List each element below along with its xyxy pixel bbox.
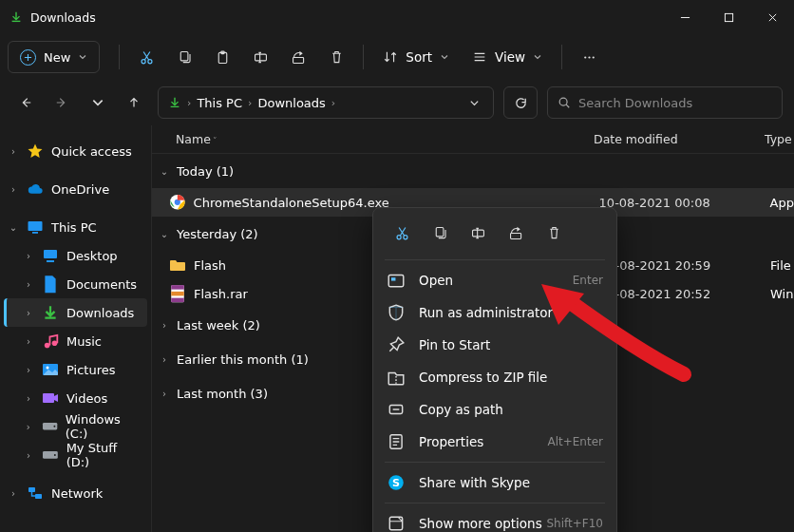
share-button[interactable] (497, 218, 535, 248)
more-button[interactable] (570, 40, 608, 74)
minimize-button[interactable] (663, 0, 707, 34)
view-button[interactable]: View (461, 40, 554, 74)
svg-rect-31 (171, 292, 184, 296)
shield-icon (387, 303, 406, 322)
sidebar-item-my-stuff-d-[interactable]: › My Stuff (D:) (4, 441, 147, 469)
svg-rect-36 (510, 233, 520, 238)
separator (385, 503, 605, 504)
ctx-open[interactable]: Open Enter (379, 264, 611, 296)
expander-icon[interactable]: › (8, 488, 19, 499)
expander-icon[interactable]: › (23, 365, 34, 375)
ctx-properties[interactable]: Properties Alt+Enter (379, 426, 611, 458)
sidebar-item-label: Music (66, 334, 102, 349)
copypath-icon (387, 400, 406, 419)
close-button[interactable] (750, 0, 794, 34)
maximize-button[interactable] (707, 0, 750, 34)
search-box[interactable]: Search Downloads (547, 86, 783, 119)
network-icon (27, 484, 44, 502)
sidebar-item-videos[interactable]: › Videos (4, 384, 147, 412)
sidebar-item-network[interactable]: › Network (4, 479, 147, 507)
ctx-share-with-skype[interactable]: S Share with Skype (379, 466, 611, 499)
expander-icon[interactable]: › (23, 450, 34, 461)
ctx-run-as-administrator[interactable]: Run as administrator (379, 296, 611, 329)
expander-icon[interactable]: › (8, 146, 19, 157)
pin-icon (387, 335, 406, 354)
sidebar-item-label: Downloads (66, 306, 134, 320)
delete-button[interactable] (535, 218, 573, 248)
ctx-compress-to-zip-file[interactable]: Compress to ZIP file (379, 361, 611, 393)
sidebar-item-desktop[interactable]: › Desktop (4, 241, 147, 270)
ctx-pin-to-start[interactable]: Pin to Start (379, 329, 611, 361)
svg-rect-7 (293, 57, 303, 63)
breadcrumb[interactable]: This PC (197, 96, 242, 110)
sort-label: Sort (406, 49, 432, 65)
ctx-copy-as-path[interactable]: Copy as path (379, 393, 611, 426)
copy-button[interactable] (421, 218, 459, 248)
sidebar-item-windows-c-[interactable]: › Windows (C:) (4, 412, 147, 441)
expander-icon[interactable]: › (23, 251, 34, 261)
sidebar-item-label: Documents (66, 277, 137, 292)
expander-icon[interactable]: › (23, 308, 34, 318)
address-bar[interactable]: › This PC › Downloads › (158, 86, 494, 119)
sort-indicator-icon: ˅ (213, 136, 217, 145)
sidebar-item-label: Desktop (66, 249, 118, 263)
sidebar-item-pictures[interactable]: › Pictures (4, 355, 147, 384)
paste-button[interactable] (203, 40, 241, 74)
more-icon (387, 514, 406, 532)
delete-button[interactable] (317, 40, 355, 74)
expander-icon[interactable]: › (23, 422, 34, 432)
sidebar-item-onedrive[interactable]: › OneDrive (4, 175, 147, 203)
ctx-label: Run as administrator (419, 305, 603, 320)
copy-button[interactable] (165, 40, 203, 74)
svg-point-8 (584, 56, 586, 58)
monitor-icon (27, 218, 44, 236)
column-date[interactable]: Date modified (584, 132, 755, 146)
ctx-label: Show more options (419, 516, 546, 531)
group-label: Earlier this month (1) (177, 352, 309, 367)
toolbar-separator (561, 45, 562, 69)
sidebar-item-downloads[interactable]: › Downloads (4, 298, 147, 327)
sidebar-item-quick-access[interactable]: › Quick access (4, 137, 147, 165)
ctx-show-more-options[interactable]: Show more options Shift+F10 (379, 507, 611, 532)
address-dropdown[interactable] (461, 89, 487, 116)
up-button[interactable] (120, 87, 148, 118)
svg-rect-25 (35, 494, 42, 499)
expander-icon[interactable]: ⌄ (8, 222, 19, 233)
back-button[interactable] (11, 87, 40, 118)
history-button[interactable] (84, 87, 112, 118)
rename-button[interactable] (459, 218, 497, 248)
search-icon (558, 96, 571, 109)
new-button[interactable]: New (8, 41, 100, 73)
expander-icon[interactable]: › (23, 279, 34, 290)
group-label: Last month (3) (177, 387, 268, 401)
sidebar-item-music[interactable]: › Music (4, 327, 147, 355)
share-button[interactable] (279, 40, 317, 74)
svg-rect-38 (391, 277, 395, 280)
desktop-icon (42, 247, 59, 264)
sidebar-item-documents[interactable]: › Documents (4, 270, 147, 298)
column-name[interactable]: Name˅ (152, 132, 584, 146)
group-header[interactable]: ⌄Today (1) (152, 154, 794, 188)
breadcrumb[interactable]: Downloads (257, 96, 325, 110)
download-icon (42, 304, 59, 321)
cut-button[interactable] (127, 40, 165, 74)
refresh-button[interactable] (503, 86, 538, 119)
sidebar-item-this-pc[interactable]: ⌄ This PC (4, 213, 147, 241)
folder-icon (169, 256, 186, 274)
forward-button[interactable] (47, 87, 76, 118)
expander-icon[interactable]: › (23, 393, 34, 404)
expander-icon[interactable]: › (8, 184, 19, 195)
cut-button[interactable] (383, 218, 421, 248)
svg-rect-14 (44, 250, 57, 258)
column-type[interactable]: Type (755, 132, 794, 146)
ctx-label: Open (419, 273, 573, 288)
chevron-right-icon: › (331, 97, 335, 109)
sidebar: › Quick access› OneDrive⌄ This PC› Deskt… (0, 125, 152, 532)
doc-icon (42, 276, 59, 293)
sort-button[interactable]: Sort (371, 40, 461, 74)
svg-rect-19 (43, 393, 54, 403)
picture-icon (42, 361, 59, 378)
cloud-icon (27, 180, 44, 198)
rename-button[interactable] (241, 40, 279, 74)
expander-icon[interactable]: › (23, 336, 34, 347)
